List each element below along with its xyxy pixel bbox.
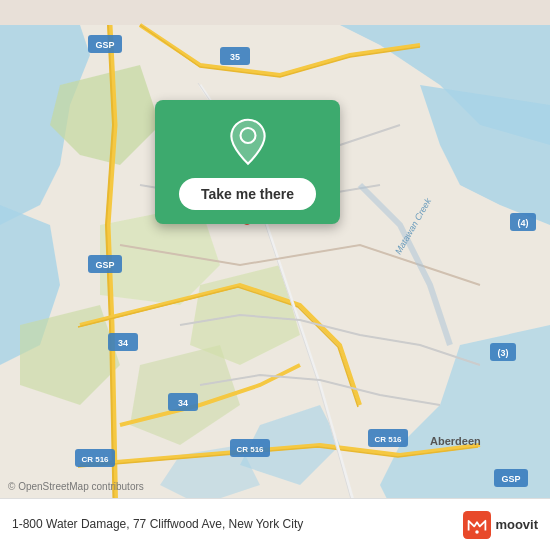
map-background: GSP GSP 35 34 34 CR 516 CR 516 CR 516 (3…: [0, 0, 550, 550]
svg-rect-28: [463, 511, 491, 539]
svg-text:CR 516: CR 516: [374, 435, 402, 444]
location-card: Take me there: [155, 100, 340, 224]
svg-text:Aberdeen: Aberdeen: [430, 435, 481, 447]
bottom-bar: 1-800 Water Damage, 77 Cliffwood Ave, Ne…: [0, 498, 550, 550]
moovit-logo-icon: [463, 511, 491, 539]
osm-credit-text: © OpenStreetMap contributors: [8, 481, 144, 492]
svg-text:CR 516: CR 516: [236, 445, 264, 454]
moovit-text: moovit: [495, 517, 538, 532]
svg-text:(3): (3): [498, 348, 509, 358]
take-me-there-button[interactable]: Take me there: [179, 178, 316, 210]
svg-text:CR 516: CR 516: [81, 455, 109, 464]
map-pin-icon: [223, 118, 273, 168]
osm-credit: © OpenStreetMap contributors: [8, 481, 144, 492]
svg-text:35: 35: [230, 52, 240, 62]
svg-text:34: 34: [178, 398, 188, 408]
svg-text:GSP: GSP: [95, 40, 114, 50]
address-text: 1-800 Water Damage, 77 Cliffwood Ave, Ne…: [12, 517, 455, 533]
svg-text:GSP: GSP: [95, 260, 114, 270]
svg-text:GSP: GSP: [501, 474, 520, 484]
moovit-logo: moovit: [463, 511, 538, 539]
svg-text:34: 34: [118, 338, 128, 348]
map-container: GSP GSP 35 34 34 CR 516 CR 516 CR 516 (3…: [0, 0, 550, 550]
svg-text:(4): (4): [518, 218, 529, 228]
svg-point-29: [476, 530, 480, 534]
